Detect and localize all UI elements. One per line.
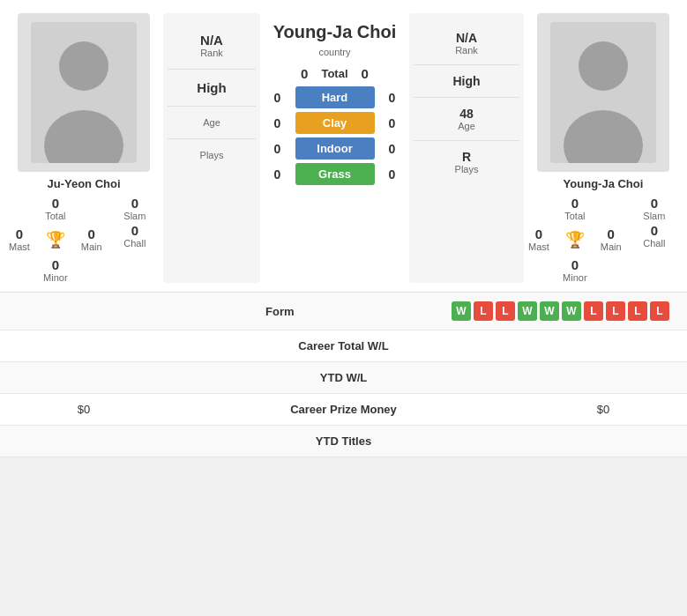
right-minor-value: 0 — [571, 257, 579, 272]
form-row: Form W L L W W W L L L L — [0, 293, 687, 330]
left-total-label: Total — [45, 211, 65, 221]
right-plays-value: R — [418, 150, 515, 164]
right-minor-stat: 0 Minor — [528, 257, 622, 283]
clay-right-score: 0 — [384, 116, 401, 130]
right-rank-value: N/A — [418, 31, 515, 45]
left-trophy-icon: 🏆 — [46, 230, 65, 249]
badge-l2: L — [496, 301, 515, 321]
left-mast-stat: 0 Mast — [9, 226, 30, 252]
right-trophy-row: 0 Mast 🏆 0 Main — [528, 226, 622, 252]
career-prize-label: Career Prize Money — [150, 403, 537, 416]
hard-surface-btn[interactable]: Hard — [295, 86, 375, 108]
left-mast-label: Mast — [9, 241, 30, 252]
form-label: Form — [150, 305, 410, 318]
career-wl-label: Career Total W/L — [150, 339, 537, 353]
main-container: Ju-Yeon Choi 0 Total 0 Slam 0 Mast 🏆 — [0, 0, 687, 457]
grass-left-score: 0 — [269, 167, 287, 182]
left-rank-label: Rank — [172, 48, 251, 58]
right-player-stats: 0 Total 0 Slam 0 Mast 🏆 0 Main — [528, 196, 678, 283]
career-prize-left: $0 — [18, 403, 150, 416]
ytd-wl-label: YTD W/L — [150, 371, 537, 384]
badge-w1: W — [452, 301, 471, 321]
left-middle-stats: N/A Rank High Age Plays — [163, 13, 260, 283]
clay-surface-btn[interactable]: Clay — [295, 112, 375, 134]
players-section: Ju-Yeon Choi 0 Total 0 Slam 0 Mast 🏆 — [0, 0, 687, 292]
total-row: 0 Total 0 — [265, 66, 405, 81]
left-trophy-row: 0 Mast 🏆 0 Main — [9, 226, 102, 252]
hard-left-score: 0 — [269, 91, 287, 105]
right-total-label: Total — [564, 211, 585, 221]
bottom-section: Form W L L W W W L L L L Career Total W/… — [0, 292, 687, 457]
right-slam-value: 0 — [651, 196, 658, 211]
surface-row-indoor: 0 Indoor 0 — [265, 137, 405, 160]
left-slam-value: 0 — [131, 196, 138, 211]
left-main-label: Main — [81, 241, 102, 252]
center-section: Young-Ja Choi country 0 Total 0 0 Hard 0… — [265, 13, 405, 283]
right-slam-label: Slam — [643, 211, 665, 221]
right-age-stat: 48 Age — [414, 98, 519, 141]
indoor-right-score: 0 — [384, 142, 401, 156]
right-player-card: Young-Ja Choi 0 Total 0 Slam 0 Mast 🏆 — [528, 13, 678, 283]
left-age-stat: Age — [168, 107, 256, 139]
left-total-value: 0 — [52, 196, 59, 211]
ytd-titles-row: YTD Titles — [0, 426, 687, 457]
left-slam-stat: 0 Slam — [111, 196, 159, 221]
right-mast-stat: 0 Mast — [528, 226, 549, 252]
right-main-label: Main — [601, 241, 622, 252]
badge-l4: L — [606, 301, 625, 321]
badge-w3: W — [540, 301, 559, 321]
badge-l6: L — [650, 301, 669, 321]
right-slam-stat: 0 Slam — [631, 196, 678, 221]
right-main-value: 0 — [608, 226, 615, 241]
left-level-stat: High — [168, 70, 256, 107]
left-rank-stat: N/A Rank — [168, 22, 256, 70]
left-main-stat: 0 Main — [81, 226, 102, 252]
left-total-stat: 0 Total — [9, 196, 102, 221]
left-main-value: 0 — [88, 226, 95, 241]
hard-right-score: 0 — [384, 91, 401, 105]
career-wl-row: Career Total W/L — [0, 330, 687, 362]
badge-l5: L — [628, 301, 647, 321]
right-plays-stat: R Plays — [414, 141, 519, 183]
badge-l3: L — [584, 301, 603, 321]
left-rank-value: N/A — [172, 33, 251, 48]
right-level-stat: High — [414, 65, 519, 98]
left-minor-stat: 0 Minor — [9, 257, 102, 283]
indoor-left-score: 0 — [269, 142, 287, 156]
badge-w4: W — [562, 301, 581, 321]
right-rank-stat: N/A Rank — [414, 22, 519, 65]
left-minor-value: 0 — [52, 257, 59, 272]
ytd-wl-row: YTD W/L — [0, 362, 687, 394]
grass-surface-btn[interactable]: Grass — [295, 163, 375, 185]
right-age-value: 48 — [418, 107, 515, 121]
svg-point-1 — [59, 41, 108, 91]
form-badges: W L L W W W L L L L — [410, 301, 670, 321]
right-chall-value: 0 — [651, 223, 658, 238]
surface-row-hard: 0 Hard 0 — [265, 86, 405, 108]
right-age-label: Age — [418, 121, 515, 131]
left-chall-value: 0 — [131, 223, 138, 238]
right-mast-value: 0 — [535, 226, 542, 241]
right-plays-label: Plays — [418, 164, 515, 174]
right-level-value: High — [418, 74, 515, 88]
right-mast-label: Mast — [528, 241, 549, 252]
career-prize-row: $0 Career Prize Money $0 — [0, 394, 687, 426]
badge-l1: L — [474, 301, 493, 321]
left-minor-label: Minor — [43, 272, 68, 283]
right-rank-label: Rank — [418, 45, 515, 56]
right-main-stat: 0 Main — [601, 226, 622, 252]
right-trophy-icon: 🏆 — [565, 230, 585, 249]
svg-point-4 — [579, 41, 628, 91]
total-label: Total — [321, 67, 347, 80]
right-chall-stat: 0 Chall — [631, 223, 678, 256]
indoor-surface-btn[interactable]: Indoor — [295, 137, 375, 160]
career-prize-right: $0 — [537, 403, 669, 416]
right-player-avatar — [537, 13, 669, 172]
left-player-card: Ju-Yeon Choi 0 Total 0 Slam 0 Mast 🏆 — [9, 13, 159, 283]
surface-row-clay: 0 Clay 0 — [265, 112, 405, 134]
right-player-title-top: Young-Ja Choi — [273, 22, 397, 42]
right-stats-panel: N/A Rank High 48 Age R Plays — [409, 13, 524, 283]
left-mast-value: 0 — [16, 226, 23, 241]
left-chall-label: Chall — [123, 238, 146, 249]
left-player-name: Ju-Yeon Choi — [47, 177, 120, 190]
